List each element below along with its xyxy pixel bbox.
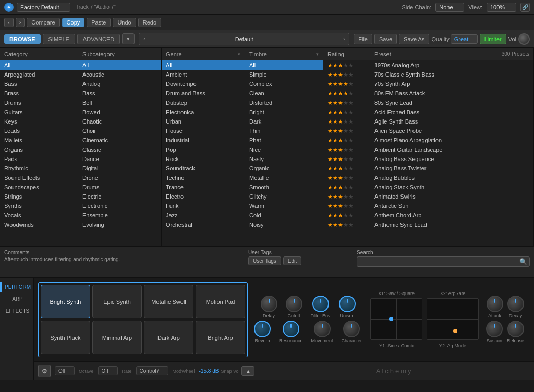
performance-pad[interactable]: Dark Arp: [144, 321, 193, 354]
delay-knob[interactable]: [261, 296, 277, 312]
genre-item[interactable]: Techno: [162, 173, 245, 182]
decay-knob[interactable]: [507, 296, 524, 312]
preset-item[interactable]: Anthem Chord Arp: [370, 211, 533, 220]
chain-icon[interactable]: 🔗: [520, 3, 530, 12]
preset-item[interactable]: 70s Synth Arp: [370, 79, 533, 89]
genre-item[interactable]: Drum and Bass: [162, 89, 245, 98]
filter-env-knob[interactable]: [312, 296, 329, 312]
category-item[interactable]: Keys: [0, 117, 78, 126]
subcategory-item[interactable]: Drums: [78, 182, 161, 192]
timbre-item[interactable]: Phat: [245, 136, 323, 145]
preset-prev-btn[interactable]: ‹: [141, 36, 147, 42]
plugin-name-select[interactable]: Factory Default: [17, 3, 70, 12]
subcategory-item[interactable]: All: [78, 60, 161, 70]
reverb-knob[interactable]: [254, 321, 271, 337]
timbre-item[interactable]: Bright: [245, 107, 323, 117]
perform-tab[interactable]: PERFORM: [0, 282, 33, 292]
category-item[interactable]: Pads: [0, 154, 78, 164]
category-item[interactable]: Mallets: [0, 136, 78, 145]
effects-tab[interactable]: EFFECTS: [0, 306, 33, 316]
back-button[interactable]: ‹: [4, 18, 14, 27]
quality-select[interactable]: Great: [451, 34, 478, 44]
subcategory-item[interactable]: Cinematic: [78, 136, 161, 145]
subcategory-item[interactable]: Dance: [78, 154, 161, 164]
timbre-item[interactable]: Smooth: [245, 182, 323, 192]
subcategory-item[interactable]: Chaotic: [78, 117, 161, 126]
preset-item[interactable]: 80s FM Bass Attack: [370, 89, 533, 98]
save-button[interactable]: Save: [374, 34, 397, 44]
arp-tab[interactable]: ARP: [0, 294, 33, 304]
timbre-item[interactable]: Cold: [245, 211, 323, 220]
subcategory-item[interactable]: Electric: [78, 192, 161, 201]
timbre-item[interactable]: Organic: [245, 164, 323, 173]
movement-knob[interactable]: [314, 321, 331, 337]
xy-pad-1[interactable]: [370, 298, 422, 340]
subcategory-item[interactable]: Bass: [78, 89, 161, 98]
category-item[interactable]: Guitars: [0, 107, 78, 117]
preset-next-btn[interactable]: ›: [341, 36, 347, 42]
attack-knob[interactable]: [487, 296, 503, 312]
category-item[interactable]: Strings: [0, 192, 78, 201]
genre-arrow[interactable]: ▾: [238, 52, 240, 57]
subcategory-item[interactable]: Ensemble: [78, 211, 161, 220]
preset-item[interactable]: Acid Etched Bass: [370, 107, 533, 117]
preset-item[interactable]: Anthemic Sync Lead: [370, 220, 533, 229]
release-knob[interactable]: [507, 321, 524, 337]
genre-item[interactable]: Electro: [162, 192, 245, 201]
category-item[interactable]: Vocals: [0, 211, 78, 220]
preset-item[interactable]: Ambient Guitar Landscape: [370, 145, 533, 154]
category-item[interactable]: Sound Effects: [0, 173, 78, 182]
user-tags-btn[interactable]: User Tags: [248, 256, 281, 265]
preset-item[interactable]: Analog Bubbles: [370, 173, 533, 182]
paste-button[interactable]: Paste: [87, 18, 111, 27]
unison-knob[interactable]: [339, 296, 356, 312]
timbre-item[interactable]: Clean: [245, 89, 323, 98]
subcategory-item[interactable]: Digital: [78, 164, 161, 173]
timbre-item[interactable]: Nasty: [245, 154, 323, 164]
limiter-button[interactable]: Limiter: [480, 34, 506, 44]
preset-item[interactable]: Alien Space Probe: [370, 126, 533, 136]
performance-pad[interactable]: Minimal Arp: [92, 321, 142, 354]
undo-button[interactable]: Undo: [113, 18, 136, 27]
subcategory-item[interactable]: Drone: [78, 173, 161, 182]
performance-pad[interactable]: Metallic Swell: [144, 285, 193, 318]
category-item[interactable]: Soundscapes: [0, 182, 78, 192]
timbre-item[interactable]: Glitchy: [245, 192, 323, 201]
timbre-item[interactable]: Distorted: [245, 98, 323, 107]
genre-item[interactable]: Dubstep: [162, 98, 245, 107]
timbre-item[interactable]: Simple: [245, 70, 323, 79]
xy-pad-2[interactable]: [427, 298, 479, 340]
preset-item[interactable]: 1970s Analog Arp: [370, 60, 533, 70]
genre-item[interactable]: Trance: [162, 182, 245, 192]
genre-item[interactable]: House: [162, 126, 245, 136]
timbre-arrow[interactable]: ▾: [316, 52, 319, 57]
timbre-item[interactable]: Complex: [245, 79, 323, 89]
genre-item[interactable]: Jazz: [162, 211, 245, 220]
timbre-item[interactable]: Thin: [245, 126, 323, 136]
advanced-tab[interactable]: ADVANCED: [77, 34, 120, 44]
save-as-button[interactable]: Save As: [399, 34, 429, 44]
subcategory-item[interactable]: Evolving: [78, 220, 161, 229]
category-item[interactable]: Brass: [0, 89, 78, 98]
performance-pad[interactable]: Synth Pluck: [41, 321, 90, 354]
preset-item[interactable]: Antarctic Sun: [370, 201, 533, 211]
genre-item[interactable]: Industrial: [162, 136, 245, 145]
snap-vol-up[interactable]: ▲: [241, 366, 254, 376]
redo-button[interactable]: Redo: [138, 18, 161, 27]
copy-button[interactable]: Copy: [62, 18, 85, 27]
performance-pad[interactable]: Motion Pad: [196, 285, 245, 318]
genre-item[interactable]: Electronica: [162, 107, 245, 117]
preset-item[interactable]: 80s Sync Lead: [370, 98, 533, 107]
compare-button[interactable]: Compare: [27, 18, 59, 27]
category-item[interactable]: Rhythmic: [0, 164, 78, 173]
category-item[interactable]: All: [0, 60, 78, 70]
preset-item[interactable]: Agile Synth Bass: [370, 117, 533, 126]
genre-item[interactable]: Rock: [162, 154, 245, 164]
genre-item[interactable]: All: [162, 60, 245, 70]
timbre-item[interactable]: Metallic: [245, 173, 323, 182]
timbre-item[interactable]: Warm: [245, 201, 323, 211]
preset-item[interactable]: 70s Classic Synth Bass: [370, 70, 533, 79]
octave-select[interactable]: Off: [55, 366, 75, 375]
browse-tab[interactable]: BROWSE: [4, 34, 41, 44]
subcategory-item[interactable]: Choir: [78, 126, 161, 136]
